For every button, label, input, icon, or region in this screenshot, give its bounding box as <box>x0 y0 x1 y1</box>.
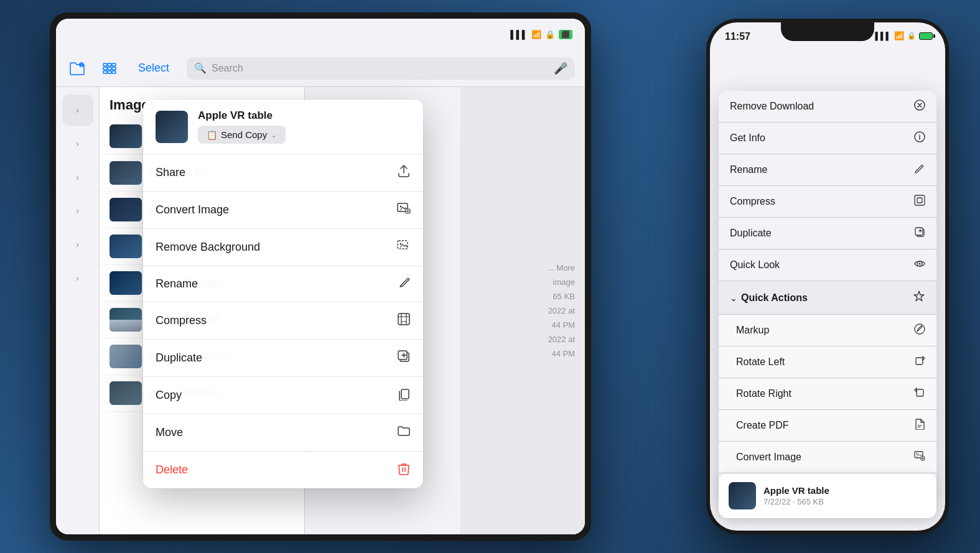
file-thumbnail-2 <box>110 161 142 185</box>
delete-label: Delete <box>156 463 397 476</box>
iphone-menu-remove-download[interactable]: Remove Download <box>719 91 936 123</box>
duplicate-icon <box>397 350 411 366</box>
folder-icon[interactable]: ↑ <box>66 57 88 80</box>
sidebar-item-5[interactable]: › <box>62 229 93 260</box>
sidebar-item-4[interactable]: › <box>62 195 93 226</box>
select-button[interactable]: Select <box>131 58 177 78</box>
quick-actions-header[interactable]: ⌄ Quick Actions <box>719 281 936 315</box>
menu-item-copy[interactable]: Copy <box>143 377 423 414</box>
iphone-rename-icon <box>914 163 925 177</box>
iphone-context-menu: Remove Download Get Info <box>719 91 936 504</box>
iphone-file-title: Apple VR table <box>763 485 926 496</box>
send-copy-button[interactable]: 📋 Send Copy ⌄ <box>198 126 286 144</box>
iphone-duplicate-icon <box>914 226 925 240</box>
rotate-left-label: Rotate Left <box>736 356 914 368</box>
svg-rect-16 <box>398 314 409 325</box>
svg-rect-4 <box>112 63 116 66</box>
iphone-rename-label: Rename <box>730 164 914 175</box>
iphone-menu-get-info[interactable]: Get Info <box>719 123 936 154</box>
svg-rect-8 <box>103 71 107 73</box>
iphone-menu-rename[interactable]: Rename <box>719 154 936 186</box>
svg-rect-2 <box>103 63 107 66</box>
iphone-notch <box>781 22 874 41</box>
quick-action-markup[interactable]: Markup <box>719 315 936 346</box>
context-menu-thumbnail <box>156 111 188 143</box>
menu-item-share[interactable]: Share <box>143 154 423 192</box>
detail-date2: 2022 at <box>548 335 575 344</box>
svg-rect-30 <box>917 389 923 396</box>
chevron-right-icon-2: › <box>76 139 79 149</box>
sidebar-item-3[interactable]: › <box>62 162 93 193</box>
delete-icon <box>397 462 411 478</box>
svg-point-12 <box>400 206 402 208</box>
iphone-bottom-info: Apple VR table 7/22/22 · 565 KB <box>763 485 926 506</box>
compress-icon <box>397 312 411 329</box>
share-label: Share <box>156 166 397 179</box>
remove-download-icon <box>914 100 925 113</box>
markup-icon <box>914 323 925 337</box>
detail-kind: image <box>553 277 575 287</box>
svg-point-32 <box>917 453 918 455</box>
menu-item-convert-image[interactable]: Convert Image <box>143 192 423 229</box>
ipad-toolbar: ↑ Select 🔍 Search <box>56 50 585 87</box>
sidebar-item-images[interactable]: › <box>62 95 93 126</box>
iphone-menu-quick-look[interactable]: Quick Look <box>719 249 936 281</box>
context-menu-header: Apple VR table 📋 Send Copy ⌄ <box>143 100 423 154</box>
menu-item-rename[interactable]: Rename <box>143 266 423 302</box>
iphone-bottom-bar: Apple VR table 7/22/22 · 565 KB <box>719 473 936 518</box>
menu-item-duplicate[interactable]: Duplicate <box>143 340 423 377</box>
lock-icon: 🔒 <box>545 30 555 39</box>
iphone-convert-image-label: Convert Image <box>736 452 914 463</box>
ipad-device: ▌▌▌ 📶 🔒 ⬛ ↑ <box>50 12 591 541</box>
context-menu-items: Share Convert Image <box>143 154 423 488</box>
quick-action-create-pdf[interactable]: Create PDF <box>719 410 936 442</box>
remove-download-label: Remove Download <box>730 101 914 112</box>
iphone-menu-compress[interactable]: Compress <box>719 186 936 218</box>
battery-icon: ⬛ <box>559 30 572 39</box>
get-info-label: Get Info <box>730 132 914 144</box>
rotate-left-icon <box>914 355 925 369</box>
chevron-right-icon: › <box>76 105 79 115</box>
iphone-menu-duplicate[interactable]: Duplicate <box>719 218 936 249</box>
svg-rect-19 <box>401 389 409 399</box>
signal-icon: ▌▌▌ <box>510 30 528 39</box>
convert-image-icon <box>397 202 411 218</box>
iphone-compress-icon <box>914 195 925 208</box>
quick-action-rotate-right[interactable]: Rotate Right <box>719 378 936 410</box>
chevron-right-icon-6: › <box>76 273 79 283</box>
search-bar[interactable]: 🔍 Search 🎤 <box>187 57 575 80</box>
svg-point-15 <box>400 243 402 245</box>
context-menu-title: Apple VR table <box>198 109 411 122</box>
menu-item-move[interactable]: Move <box>143 414 423 452</box>
file-thumbnail-6 <box>110 308 142 332</box>
menu-item-compress[interactable]: Compress <box>143 302 423 340</box>
move-label: Move <box>156 426 397 439</box>
iphone-signal-icon: ▌▌▌ <box>875 32 891 40</box>
detail-panel: ••• Apple VR table 📋 Send Copy ⌄ <box>305 87 585 534</box>
quick-action-rotate-left[interactable]: Rotate Left <box>719 346 936 378</box>
quick-action-convert-image[interactable]: Convert Image <box>719 442 936 473</box>
iphone-quick-look-label: Quick Look <box>730 259 914 271</box>
create-pdf-label: Create PDF <box>736 420 914 431</box>
send-chevron-icon: ⌄ <box>271 131 277 139</box>
send-copy-icon: 📋 <box>207 130 217 140</box>
sidebar-item-6[interactable]: › <box>62 263 93 294</box>
ipad-main-content: › › › › › › Images <box>56 87 585 534</box>
wifi-icon: 📶 <box>531 30 541 39</box>
quick-actions-chevron-icon: ⌄ <box>730 293 737 303</box>
grid-icon[interactable] <box>98 57 121 80</box>
sidebar-item-2[interactable]: › <box>62 128 93 159</box>
context-menu-title-area: Apple VR table 📋 Send Copy ⌄ <box>198 109 411 144</box>
ipad-status-bar: ▌▌▌ 📶 🔒 ⬛ <box>56 19 585 50</box>
svg-rect-5 <box>103 67 107 70</box>
share-icon <box>397 164 411 181</box>
rename-label: Rename <box>156 277 398 290</box>
chevron-right-icon-4: › <box>76 206 79 216</box>
rename-icon <box>398 276 411 292</box>
mic-icon[interactable]: 🎤 <box>554 62 567 75</box>
file-thumbnail-3 <box>110 198 142 221</box>
detail-time1: 44 PM <box>551 320 575 330</box>
menu-item-remove-background[interactable]: Remove Background <box>143 229 423 266</box>
menu-item-delete[interactable]: Delete <box>143 452 423 488</box>
file-thumbnail-1 <box>110 124 142 148</box>
